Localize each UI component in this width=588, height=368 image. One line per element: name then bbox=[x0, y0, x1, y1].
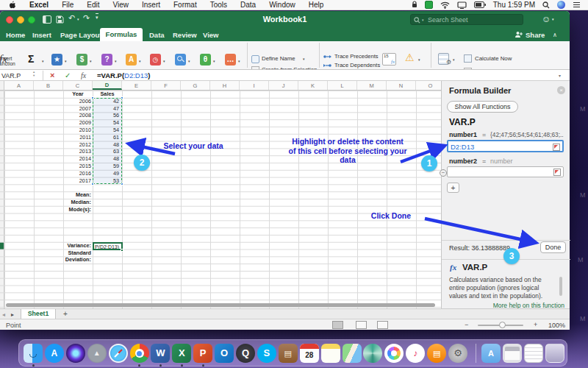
autosum-icon[interactable]: Σ bbox=[28, 53, 34, 65]
customize-toolbar-icon[interactable]: ▾ bbox=[96, 13, 98, 21]
dock-launchpad-icon[interactable]: ▲ bbox=[87, 344, 107, 363]
define-name-caret[interactable]: ▾ bbox=[303, 57, 305, 61]
cell-year[interactable]: 2013 bbox=[63, 148, 91, 155]
column-header-g[interactable]: G bbox=[181, 81, 210, 90]
next-sheet-arrow[interactable]: ▸ bbox=[11, 311, 14, 318]
cell-d1-sales-header[interactable]: Sales bbox=[93, 91, 122, 98]
financial-caret[interactable]: ▾ bbox=[90, 59, 92, 63]
cell-mean-label[interactable]: Mean: bbox=[44, 191, 91, 199]
logical-caret[interactable]: ▾ bbox=[115, 59, 117, 63]
sidebar-toggle-icon[interactable] bbox=[43, 15, 51, 24]
cell-median-label[interactable]: Median: bbox=[44, 199, 91, 206]
error-checking-caret[interactable]: ▾ bbox=[418, 57, 420, 62]
trace-precedents-button[interactable]: Trace Precedents bbox=[334, 53, 379, 60]
range-selector-icon[interactable] bbox=[553, 169, 561, 176]
name-box[interactable]: VAR.P bbox=[1, 72, 21, 79]
cell-year[interactable]: 2007 bbox=[63, 105, 91, 113]
save-icon[interactable] bbox=[56, 15, 64, 24]
dock-recent-document-icon[interactable] bbox=[524, 344, 543, 363]
feedback-smiley-icon[interactable]: ☺ bbox=[542, 14, 551, 24]
share-button[interactable]: Share bbox=[526, 31, 545, 39]
cancel-entry-icon[interactable]: × bbox=[50, 71, 54, 79]
menu-item-data[interactable]: Data bbox=[240, 1, 256, 9]
zoom-slider-knob[interactable] bbox=[499, 322, 506, 328]
dock-finder-icon[interactable] bbox=[24, 344, 43, 363]
dock-siri-icon[interactable] bbox=[66, 344, 85, 363]
cell-deviation-label[interactable]: Deviation: bbox=[44, 256, 91, 263]
cell-year[interactable]: 2011 bbox=[63, 134, 91, 141]
trace-dependents-button[interactable]: Trace Dependents bbox=[334, 62, 380, 68]
text-functions-icon[interactable]: A bbox=[126, 54, 137, 66]
column-header-d-selected[interactable]: D bbox=[93, 81, 122, 90]
remove-argument-icon[interactable]: − bbox=[440, 169, 447, 177]
selection-handle[interactable] bbox=[91, 96, 94, 99]
zoom-in-button[interactable]: + bbox=[534, 321, 537, 328]
dock-applications-folder-icon[interactable]: A bbox=[481, 344, 501, 363]
prev-sheet-arrow[interactable]: ◂ bbox=[2, 311, 5, 318]
column-header-m[interactable]: M bbox=[357, 81, 387, 90]
dock-itunes-icon[interactable]: ♪ bbox=[406, 344, 425, 363]
menu-item-edit[interactable]: Edit bbox=[87, 1, 99, 9]
menu-item-help[interactable]: Help bbox=[309, 1, 324, 9]
cell-year[interactable]: 2014 bbox=[63, 155, 91, 163]
error-checking-icon[interactable]: ⚠ bbox=[405, 52, 415, 63]
dock-word-icon[interactable]: W bbox=[151, 344, 170, 363]
tab-page-layout[interactable]: Page Layout bbox=[60, 31, 102, 39]
tab-home[interactable]: Home bbox=[6, 31, 25, 39]
dock-quicktime-icon[interactable]: Q bbox=[236, 344, 255, 363]
search-scope-caret[interactable]: ▾ bbox=[422, 18, 424, 22]
calculation-options-caret[interactable]: ▾ bbox=[453, 57, 455, 62]
define-name-icon[interactable] bbox=[251, 55, 259, 63]
define-name-button[interactable]: Define Name bbox=[262, 55, 295, 62]
zoom-window-button[interactable] bbox=[28, 16, 35, 24]
status-app-icon[interactable] bbox=[425, 1, 433, 9]
lookup-reference-icon[interactable] bbox=[175, 54, 186, 66]
trace-precedents-icon[interactable] bbox=[323, 54, 331, 60]
insert-function-fx-icon[interactable]: fx bbox=[81, 71, 86, 79]
menu-item-format[interactable]: Format bbox=[173, 1, 197, 9]
dock-recent-window-icon[interactable] bbox=[503, 344, 522, 363]
dock-contacts-icon[interactable]: ▤ bbox=[279, 344, 298, 363]
search-sheet-input[interactable]: ▾ Search Sheet bbox=[410, 14, 523, 25]
show-all-functions-button[interactable]: Show All Functions bbox=[447, 101, 518, 113]
column-header-l[interactable]: L bbox=[328, 81, 357, 90]
zoom-out-button[interactable]: − bbox=[465, 321, 468, 328]
dock-system-preferences-icon[interactable]: ⚙ bbox=[448, 344, 467, 363]
sheet-tab-sheet1[interactable]: Sheet1 bbox=[21, 309, 56, 319]
number2-input[interactable] bbox=[447, 166, 564, 177]
active-cell-variance-formula[interactable]: P(D2:D13) bbox=[93, 242, 123, 250]
cell-year[interactable]: 2012 bbox=[63, 141, 91, 149]
close-window-button[interactable] bbox=[6, 16, 13, 24]
undo-menu-caret[interactable]: ▾ bbox=[77, 17, 79, 21]
dock-notes-icon[interactable] bbox=[321, 344, 340, 363]
cell-year[interactable]: 2017 bbox=[63, 177, 91, 185]
dock-globe-app-icon[interactable] bbox=[363, 344, 382, 363]
siri-icon[interactable] bbox=[557, 1, 565, 9]
more-functions-icon[interactable]: … bbox=[225, 54, 236, 66]
cell-c1-year-header[interactable]: Year bbox=[63, 91, 93, 98]
column-header-n[interactable]: N bbox=[387, 81, 416, 90]
done-button[interactable]: Done bbox=[540, 241, 566, 253]
dock-photos-icon[interactable] bbox=[384, 344, 404, 363]
selection-handle[interactable] bbox=[91, 183, 94, 185]
column-header-j[interactable]: J bbox=[269, 81, 298, 90]
dock-skype-icon[interactable]: S bbox=[257, 344, 276, 363]
math-trig-icon[interactable]: θ bbox=[200, 54, 211, 66]
horizontal-scrollbar[interactable] bbox=[6, 303, 435, 307]
add-argument-button[interactable]: + bbox=[447, 183, 459, 193]
recently-used-icon[interactable]: ★ bbox=[51, 54, 62, 66]
logical-icon[interactable]: ? bbox=[101, 54, 112, 66]
view-page-break-button[interactable] bbox=[377, 321, 388, 329]
notification-center-icon[interactable] bbox=[573, 1, 581, 8]
dock-ibooks-icon[interactable]: ▤ bbox=[427, 344, 446, 363]
menu-item-insert[interactable]: Insert bbox=[142, 1, 160, 9]
formula-bar-expand-caret[interactable]: ▾ bbox=[559, 73, 561, 78]
dock-powerpoint-icon[interactable]: P bbox=[193, 344, 212, 363]
cell-standard-label[interactable]: Standard bbox=[44, 250, 91, 257]
dock-safari-icon[interactable] bbox=[109, 344, 128, 363]
display-icon[interactable] bbox=[457, 1, 467, 9]
collapse-ribbon-chevron[interactable]: ∧ bbox=[553, 32, 557, 38]
tab-formulas[interactable]: Formulas bbox=[100, 28, 143, 41]
column-header-h[interactable]: H bbox=[210, 81, 240, 90]
formula-text[interactable]: =VAR.P(D2:D13) bbox=[97, 71, 150, 79]
